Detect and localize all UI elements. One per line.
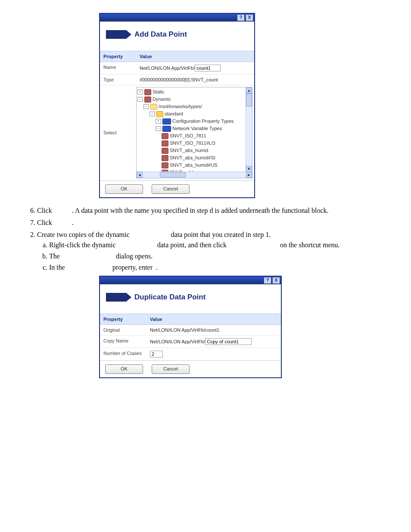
step-2: Create two copies of the dynamicdata poi… (37, 231, 385, 271)
scroll-left-icon[interactable]: ◄ (137, 172, 143, 178)
tree-nvt[interactable]: Network Variable Types (172, 125, 222, 132)
row-copies-label: Number of Copies (100, 348, 146, 361)
step-2a: Right-click the dynamicdata point, and t… (49, 241, 385, 249)
dialog-header: Add Data Point (100, 22, 254, 51)
copyname-input[interactable] (205, 338, 252, 345)
tree-path[interactable]: /root/lonworks/types/ (159, 103, 202, 110)
tree-item[interactable]: SNVT_abs_humid#SI (170, 154, 215, 162)
row-name-label: Name (100, 62, 136, 75)
collapse-icon[interactable]: − (143, 104, 149, 109)
var-icon (162, 148, 168, 154)
row-original-label: Original (100, 325, 146, 336)
horizontal-scrollbar[interactable]: ◄ ► (137, 171, 252, 178)
tree-item[interactable]: SNVT_ISO_7811#LO (170, 140, 215, 147)
step-6: Click. A data point with the name you sp… (37, 207, 385, 215)
name-prefix: Net/LON/iLON App/VirtFb/ (140, 65, 195, 71)
tree-item[interactable]: SNVT_ISO_7811 (170, 132, 206, 140)
close-button[interactable]: X (272, 277, 280, 284)
ok-button[interactable]: OK (105, 184, 143, 194)
col-property: Property (100, 51, 136, 62)
expand-icon[interactable]: + (137, 90, 143, 94)
dialog-button-row: OK Cancel (100, 180, 254, 197)
var-icon (162, 155, 168, 161)
row-original-value: Net/LON/iLON App/VirtFb/count1 (146, 325, 281, 336)
scroll-thumb[interactable] (160, 172, 186, 177)
instruction-text: Click. A data point with the name you sp… (26, 207, 385, 271)
row-name-value: Net/LON/iLON App/VirtFb/ (136, 62, 254, 75)
scroll-right-icon[interactable]: ► (246, 172, 252, 178)
name-input[interactable] (195, 65, 221, 72)
titlebar: ? X (100, 277, 281, 284)
collapse-icon[interactable]: − (156, 126, 161, 131)
tag-icon (162, 118, 171, 124)
step-2b: Thedialog opens. (49, 252, 385, 260)
tree-cfg[interactable]: Configuration Property Types (172, 118, 234, 125)
tag-icon (162, 126, 171, 132)
tree-item[interactable]: SNVT_abs_humid#US (170, 162, 218, 169)
row-copyname-label: Copy Name (100, 336, 146, 348)
gear-icon (144, 96, 151, 103)
arrow-banner-icon (106, 30, 127, 39)
scroll-thumb[interactable] (246, 93, 252, 106)
add-data-point-dialog: ? X Add Data Point Property Value Name N… (99, 13, 255, 198)
standard-icon (156, 111, 163, 117)
close-button[interactable]: X (246, 14, 253, 21)
row-type-value: #0000000000000000[0].SNVT_count (136, 75, 254, 85)
help-button[interactable]: ? (237, 14, 245, 21)
help-button[interactable]: ? (264, 277, 271, 284)
row-copyname-value: Net/LON/iLON App/VirtFb/ (146, 336, 281, 348)
vertical-scrollbar[interactable]: ▲ ▼ (246, 87, 252, 172)
collapse-icon[interactable]: − (137, 97, 143, 102)
duplicate-data-point-dialog: ? X Duplicate Data Point Property Value … (99, 276, 282, 378)
col-value: Value (146, 314, 281, 325)
titlebar: ? X (100, 14, 254, 22)
cancel-button[interactable]: Cancel (152, 184, 190, 194)
scroll-up-icon[interactable]: ▲ (246, 87, 252, 93)
folder-icon (150, 104, 157, 110)
property-table: Property Value Name Net/LON/iLON App/Vir… (100, 51, 254, 180)
tree-item[interactable]: SNVT_abs_humid (170, 147, 208, 154)
col-property: Property (100, 314, 146, 325)
ok-button[interactable]: OK (105, 364, 143, 374)
dialog-button-row: OK Cancel (100, 361, 281, 377)
col-value: Value (136, 51, 254, 62)
row-copies-value (146, 348, 281, 361)
row-type-label: Type (100, 75, 136, 85)
dialog-title: Add Data Point (134, 30, 187, 39)
var-icon (162, 140, 168, 146)
var-icon (162, 162, 168, 168)
copyname-prefix: Net/LON/iLON App/VirtFb/ (150, 339, 205, 344)
copies-input[interactable] (150, 351, 163, 358)
cancel-button[interactable]: Cancel (152, 364, 190, 374)
dialog-header: Duplicate Data Point (100, 284, 281, 314)
dialog-title: Duplicate Data Point (134, 293, 206, 302)
arrow-banner-icon (106, 293, 127, 302)
tree-standard[interactable]: standard (165, 110, 183, 118)
type-tree[interactable]: +Static −Dynamic −/root/lonworks/types/ … (136, 87, 252, 178)
tree-dynamic[interactable]: Dynamic (153, 96, 171, 103)
row-select-label: Select (100, 85, 136, 180)
scroll-down-icon[interactable]: ▼ (246, 166, 252, 172)
step-7: Click. (37, 219, 385, 227)
gear-icon (144, 89, 151, 95)
expand-icon[interactable]: + (156, 119, 161, 124)
var-icon (162, 133, 168, 139)
tree-static[interactable]: Static (153, 88, 165, 96)
property-table: Property Value Original Net/LON/iLON App… (100, 314, 281, 361)
step-2c: In theproperty, enter . (49, 264, 385, 271)
collapse-icon[interactable]: − (149, 112, 155, 116)
